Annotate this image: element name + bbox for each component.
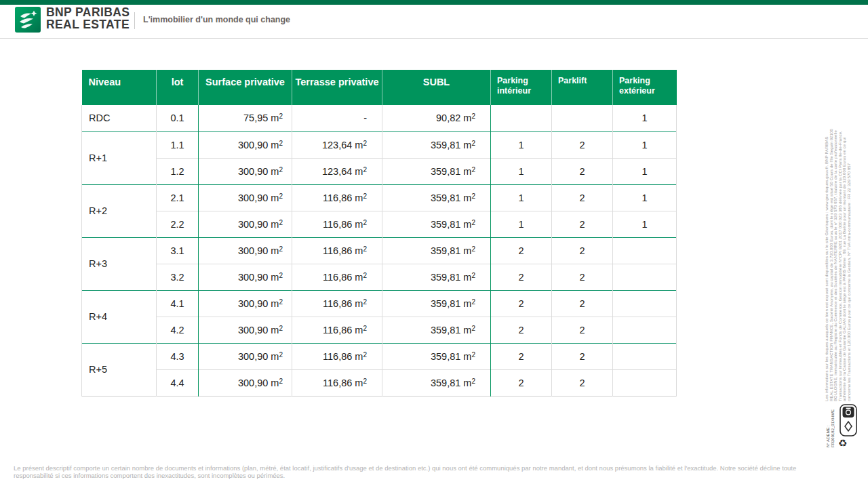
top-brand-bar xyxy=(0,0,868,5)
cell-lot: 0.1 xyxy=(157,105,199,131)
cell-parklift: 2 xyxy=(552,184,613,211)
cell-surface: 300,90 m2 xyxy=(199,184,292,211)
cell-subl: 90,82 m2 xyxy=(382,105,491,131)
cell-subl: 359,81 m2 xyxy=(382,317,491,343)
cell-parking_int: 2 xyxy=(491,290,552,317)
surfaces-table-container: NiveaulotSurface privativeTerrasse priva… xyxy=(81,70,677,396)
cell-parklift: 2 xyxy=(552,237,613,264)
cell-surface: 300,90 m2 xyxy=(199,158,292,184)
surfaces-table: NiveaulotSurface privativeTerrasse priva… xyxy=(81,70,677,396)
table-row: 4.4300,90 m2116,86 m2359,81 m222 xyxy=(82,369,677,396)
cell-parking_int: 1 xyxy=(491,184,552,211)
cell-subl: 359,81 m2 xyxy=(382,343,491,369)
table-row: R+22.1300,90 m2116,86 m2359,81 m2121 xyxy=(82,184,677,211)
column-header-surface: Surface privative xyxy=(199,70,292,105)
cell-niveau: R+4 xyxy=(82,290,157,343)
cell-parking_int: 1 xyxy=(491,211,552,237)
cell-parking_ext: 1 xyxy=(613,158,677,184)
cell-niveau: RDC xyxy=(82,105,157,131)
cell-parking_ext xyxy=(613,317,677,343)
cell-parking_ext xyxy=(613,290,677,317)
cell-parklift: 2 xyxy=(552,264,613,290)
cell-subl: 359,81 m2 xyxy=(382,369,491,396)
cell-subl: 359,81 m2 xyxy=(382,211,491,237)
cell-surface: 300,90 m2 xyxy=(199,317,292,343)
page-header: BNP PARIBAS REAL ESTATE L'immobilier d'u… xyxy=(0,5,868,39)
cell-lot: 2.2 xyxy=(157,211,199,237)
cell-lot: 4.3 xyxy=(157,343,199,369)
cell-parking_int: 2 xyxy=(491,343,552,369)
cell-terrasse: 116,86 m2 xyxy=(292,343,382,369)
legal-line: BOULOGNE, immatriculée au Registre du Co… xyxy=(833,62,838,401)
cell-subl: 359,81 m2 xyxy=(382,158,491,184)
legal-line: concerne les Transactions et 120.000 Eur… xyxy=(847,62,852,401)
cell-terrasse: 123,64 m2 xyxy=(292,158,382,184)
legal-line: REAL ESTATE TRANSACTION FRANCE, Société … xyxy=(829,62,834,401)
cell-subl: 359,81 m2 xyxy=(382,184,491,211)
cell-parklift: 2 xyxy=(552,343,613,369)
table-body: RDC0.175,95 m2-90,82 m21R+11.1300,90 m21… xyxy=(82,105,677,396)
column-header-lot: lot xyxy=(157,70,199,105)
cell-surface: 300,90 m2 xyxy=(199,131,292,158)
table-row: 4.2300,90 m2116,86 m2359,81 m222 xyxy=(82,317,677,343)
cell-parklift: 2 xyxy=(552,317,613,343)
cell-parklift: 2 xyxy=(552,211,613,237)
cell-parklift: 2 xyxy=(552,290,613,317)
triman-recycle-icon: ♻ xyxy=(838,437,847,449)
cell-parking_ext: 1 xyxy=(613,184,677,211)
cell-subl: 359,81 m2 xyxy=(382,131,491,158)
cell-niveau: R+1 xyxy=(82,131,157,184)
table-row: R+33.1300,90 m2116,86 m2359,81 m222 xyxy=(82,237,677,264)
column-header-niveau: Niveau xyxy=(82,70,157,105)
cell-lot: 2.1 xyxy=(157,184,199,211)
cell-parklift xyxy=(552,105,613,131)
cell-subl: 359,81 m2 xyxy=(382,264,491,290)
cell-parking_ext xyxy=(613,369,677,396)
cell-surface: 300,90 m2 xyxy=(199,343,292,369)
cell-lot: 1.2 xyxy=(157,158,199,184)
cell-lot: 4.4 xyxy=(157,369,199,396)
cell-parking_ext xyxy=(613,343,677,369)
legal-line: Les informations sur les risques auxquel… xyxy=(825,62,829,401)
cell-terrasse: 116,86 m2 xyxy=(292,184,382,211)
cell-surface: 300,90 m2 xyxy=(199,211,292,237)
cell-parklift: 2 xyxy=(552,131,613,158)
footer-disclaimer: Le présent descriptif comporte un certai… xyxy=(14,465,826,479)
cell-parking_int xyxy=(491,105,552,131)
cell-terrasse: 116,86 m2 xyxy=(292,264,382,290)
table-row: R+54.3300,90 m2116,86 m2359,81 m222 xyxy=(82,343,677,369)
cell-lot: 4.1 xyxy=(157,290,199,317)
table-row: R+44.1300,90 m2116,86 m2359,81 m222 xyxy=(82,290,677,317)
header-divider xyxy=(134,12,135,29)
legal-line: Transactions sur Immeubles et Fonds de C… xyxy=(838,62,843,401)
cell-subl: 359,81 m2 xyxy=(382,237,491,264)
cell-terrasse: 116,86 m2 xyxy=(292,317,382,343)
table-row: 2.2300,90 m2116,86 m2359,81 m2121 xyxy=(82,211,677,237)
ademe-number-vertical: N° ADEME : FR200182_01XHWE xyxy=(826,405,835,447)
cell-surface: 75,95 m2 xyxy=(199,105,292,131)
logo-birds-icon xyxy=(15,7,41,33)
cell-terrasse: 116,86 m2 xyxy=(292,290,382,317)
cell-parking_int: 2 xyxy=(491,264,552,290)
cell-parking_ext xyxy=(613,237,677,264)
cell-parking_int: 1 xyxy=(491,131,552,158)
cell-parking_ext xyxy=(613,264,677,290)
cell-parklift: 2 xyxy=(552,158,613,184)
column-header-subl: SUBL xyxy=(382,70,491,105)
table-header-row: NiveaulotSurface privativeTerrasse priva… xyxy=(82,70,677,105)
column-header-parklift: Parklift xyxy=(552,70,613,105)
brand-tagline: L'immobilier d'un monde qui change xyxy=(143,15,290,24)
cell-parklift: 2 xyxy=(552,369,613,396)
cell-niveau: R+5 xyxy=(82,343,157,396)
cell-terrasse: 116,86 m2 xyxy=(292,369,382,396)
table-row: 3.2300,90 m2116,86 m2359,81 m222 xyxy=(82,264,677,290)
table-row: 1.2300,90 m2123,64 m2359,81 m2121 xyxy=(82,158,677,184)
cell-surface: 300,90 m2 xyxy=(199,369,292,396)
column-header-parking_int: Parking intérieur xyxy=(491,70,552,105)
ademe-code: FR200182_01XHWE xyxy=(831,405,835,447)
cell-terrasse: 116,86 m2 xyxy=(292,211,382,237)
cell-lot: 3.1 xyxy=(157,237,199,264)
cell-lot: 4.2 xyxy=(157,317,199,343)
table-row: R+11.1300,90 m2123,64 m2359,81 m2121 xyxy=(82,131,677,158)
cell-surface: 300,90 m2 xyxy=(199,264,292,290)
